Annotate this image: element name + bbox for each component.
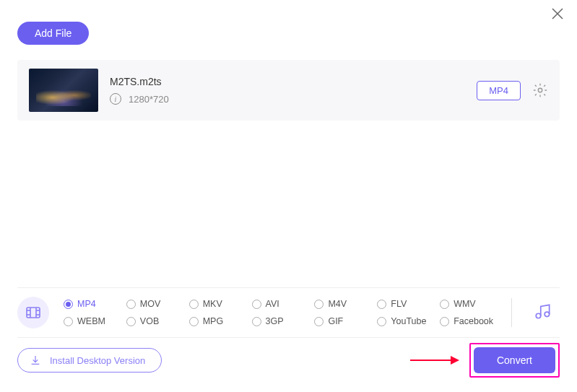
format-label: M4V: [328, 299, 347, 309]
file-name: M2TS.m2ts: [110, 76, 465, 87]
radio-icon: [189, 317, 199, 326]
target-format-button[interactable]: MP4: [477, 81, 521, 100]
svg-marker-11: [451, 356, 459, 365]
radio-icon: [64, 317, 73, 326]
format-option-wmv[interactable]: WMV: [440, 299, 497, 309]
install-desktop-button[interactable]: Install Desktop Version: [17, 348, 162, 373]
arrow-icon: [409, 354, 459, 366]
convert-highlight: Convert: [469, 343, 560, 378]
footer: Install Desktop Version Convert: [17, 343, 560, 378]
radio-icon: [126, 317, 136, 326]
format-label: MOV: [140, 299, 160, 309]
format-label: AVI: [266, 299, 279, 309]
format-option-youtube[interactable]: YouTube: [377, 316, 434, 326]
radio-icon: [252, 317, 261, 326]
radio-icon: [377, 317, 386, 326]
gear-icon[interactable]: [532, 82, 548, 98]
radio-icon: [377, 300, 386, 309]
video-icon[interactable]: [17, 297, 49, 328]
radio-icon: [314, 300, 324, 309]
format-option-flv[interactable]: FLV: [377, 299, 434, 309]
format-label: MKV: [203, 299, 222, 309]
format-label: YouTube: [391, 316, 426, 326]
file-item: M2TS.m2ts i 1280*720 MP4: [17, 60, 560, 121]
format-label: 3GP: [266, 316, 284, 326]
format-option-m4v[interactable]: M4V: [314, 299, 371, 309]
format-label: Facebook: [454, 316, 493, 326]
file-resolution: 1280*720: [129, 94, 169, 105]
info-icon[interactable]: i: [110, 93, 121, 105]
close-icon[interactable]: [551, 7, 564, 23]
format-option-facebook[interactable]: Facebook: [440, 316, 497, 326]
divider: [511, 298, 512, 327]
convert-button[interactable]: Convert: [474, 347, 555, 373]
download-icon: [30, 354, 41, 366]
radio-icon: [440, 317, 449, 326]
radio-icon: [314, 317, 324, 326]
radio-icon: [440, 300, 449, 309]
svg-point-0: [538, 88, 542, 92]
radio-icon: [126, 300, 136, 309]
svg-rect-1: [27, 308, 40, 318]
svg-point-8: [536, 313, 541, 318]
format-option-mkv[interactable]: MKV: [189, 299, 246, 309]
format-label: MP4: [77, 299, 96, 309]
radio-icon: [252, 300, 261, 309]
svg-point-9: [545, 312, 550, 317]
format-option-mp4[interactable]: MP4: [64, 299, 121, 309]
format-option-webm[interactable]: WEBM: [64, 316, 121, 326]
format-label: FLV: [391, 299, 407, 309]
format-option-gif[interactable]: GIF: [314, 316, 371, 326]
format-option-3gp[interactable]: 3GP: [252, 316, 309, 326]
format-panel: MP4MOVMKVAVIM4VFLVWMVWEBMVOBMPG3GPGIFYou…: [17, 287, 560, 338]
install-label: Install Desktop Version: [50, 355, 145, 366]
format-label: WEBM: [77, 316, 105, 326]
music-icon[interactable]: [526, 302, 560, 323]
format-label: WMV: [454, 299, 476, 309]
add-file-button[interactable]: Add File: [17, 22, 89, 45]
format-option-mpg[interactable]: MPG: [189, 316, 246, 326]
format-label: GIF: [328, 316, 343, 326]
format-option-mov[interactable]: MOV: [126, 299, 183, 309]
video-thumbnail[interactable]: [29, 69, 98, 112]
radio-icon: [189, 300, 199, 309]
radio-icon: [64, 300, 73, 309]
format-option-avi[interactable]: AVI: [252, 299, 309, 309]
format-option-vob[interactable]: VOB: [126, 316, 183, 326]
format-label: MPG: [203, 316, 223, 326]
format-label: VOB: [140, 316, 159, 326]
